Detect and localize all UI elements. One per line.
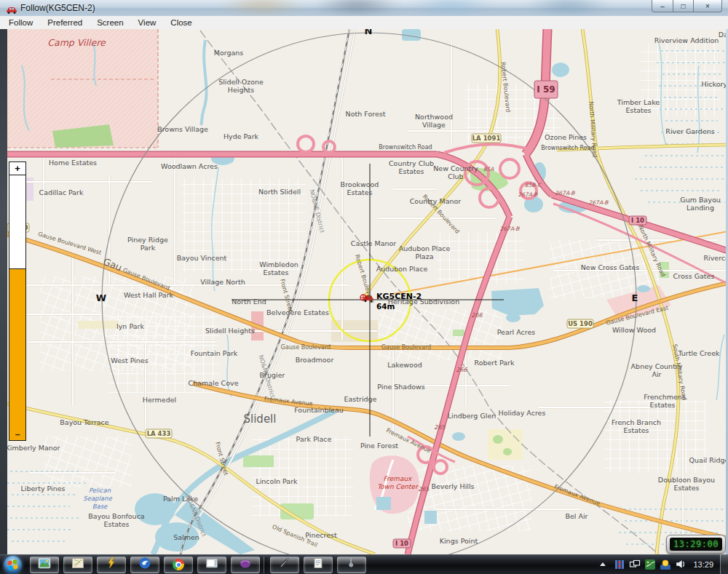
map-label: West Hall Park xyxy=(124,291,174,299)
map-label: Lindberg Glen xyxy=(448,412,496,420)
map-label: 265 xyxy=(434,424,446,431)
map-label: Timber Lake xyxy=(617,98,660,106)
taskbar-app-browser[interactable] xyxy=(130,557,159,573)
taskbar-app-window[interactable] xyxy=(197,557,226,573)
zoom-in-button[interactable]: + xyxy=(9,162,25,175)
map-label: Salmen xyxy=(173,533,199,541)
map-label: Fountain Park xyxy=(191,349,238,357)
document-app-icon xyxy=(312,557,325,573)
map-label: Cadillac Park xyxy=(39,188,84,196)
window-titlebar[interactable]: Follow(KG5CEN-2) – □ × xyxy=(0,0,728,17)
map-label: Pinecrest xyxy=(305,531,337,539)
taskbar-app-map[interactable] xyxy=(63,557,92,573)
map-label: 267A-B xyxy=(555,190,576,196)
station-altitude: 64m xyxy=(376,302,395,311)
map-canvas[interactable]: I 59I 10I 10US 190S 190LA 1091LA 433Camp… xyxy=(0,29,728,554)
maximize-button[interactable]: □ xyxy=(673,0,693,12)
map-label: Club xyxy=(448,172,463,180)
menu-bar: Follow Preferred Screen View Close xyxy=(0,16,728,30)
map-viewport[interactable]: I 59I 10I 10US 190S 190LA 1091LA 433Camp… xyxy=(0,29,728,554)
taskbar-app-chrome[interactable] xyxy=(164,557,193,573)
map-label: Estates xyxy=(347,188,372,196)
map-label: Pine Shadows xyxy=(377,383,425,391)
tray-clock[interactable]: 13:29 xyxy=(693,560,713,569)
map-label: Home Estates xyxy=(49,159,97,167)
zoom-out-button[interactable]: – xyxy=(9,428,25,440)
hidden-icons-chevron[interactable] xyxy=(600,562,606,566)
taskbar-app-document[interactable] xyxy=(304,557,333,573)
menu-preferred[interactable]: Preferred xyxy=(40,18,90,27)
map-label: Lincoln Park xyxy=(256,477,298,485)
window-title: Follow(KG5CEN-2) xyxy=(20,3,95,13)
map-label: Pine Forest xyxy=(360,442,398,450)
start-button[interactable] xyxy=(4,556,22,574)
map-label: Estates xyxy=(673,484,699,492)
window-controls: – □ × xyxy=(652,0,722,12)
taskbar-app-radio[interactable] xyxy=(97,557,126,573)
map-label: Estates xyxy=(625,106,651,114)
map-label: Morgans xyxy=(214,49,244,57)
map-zoom-slider[interactable]: + – xyxy=(9,162,26,441)
map-label: Heights xyxy=(228,86,254,94)
taskbar-divider xyxy=(264,557,266,573)
map-label: Hermedel xyxy=(143,396,176,404)
map-label: Village North xyxy=(200,278,245,286)
map-label: Castle Manor xyxy=(351,239,396,247)
map-label: 85B-C xyxy=(525,182,542,188)
menu-follow[interactable]: Follow xyxy=(1,18,40,27)
map-label: Woodlawn Acres xyxy=(161,162,218,170)
menu-close[interactable]: Close xyxy=(163,18,199,27)
map-label: Estates xyxy=(263,268,288,276)
minimize-button[interactable]: – xyxy=(652,0,673,12)
route-shield: US 190 xyxy=(567,319,593,328)
map-app-icon xyxy=(71,557,84,573)
volume-icon[interactable] xyxy=(675,559,686,570)
map-label: Park Place xyxy=(296,435,332,443)
route-shield: LA 433 xyxy=(146,429,172,438)
map-label: 267A-B xyxy=(500,226,521,232)
taskbar-app-media[interactable] xyxy=(231,557,260,573)
dual-monitor-icon[interactable] xyxy=(629,559,641,570)
map-label: Robert Park xyxy=(474,359,515,367)
route-shield: LA 1091 xyxy=(472,134,501,143)
map-label: Bayou Bonfouca xyxy=(88,512,144,520)
map-label: Eastridge xyxy=(344,395,377,403)
map-label: Village xyxy=(422,121,446,129)
map-label: Bel Air xyxy=(565,512,587,520)
map-label: Air xyxy=(652,370,661,378)
map-label: 267A-B xyxy=(518,191,539,198)
map-label: Gum Bayou xyxy=(680,196,720,204)
map-label: Slidell Ozone xyxy=(218,78,264,86)
menu-screen[interactable]: Screen xyxy=(90,18,130,27)
titlebar-glass-blob xyxy=(218,0,306,15)
map-label: 85A xyxy=(483,166,495,172)
map-label: Holiday Acres xyxy=(499,409,546,417)
network-grid-icon[interactable] xyxy=(614,559,625,570)
digital-clock-time: 13:29:00 xyxy=(670,538,722,551)
map-tray-icon[interactable] xyxy=(644,559,656,570)
route-shield-label: LA 433 xyxy=(147,430,171,437)
map-label: Seaplane xyxy=(83,495,112,502)
taskbar-app-photo-viewer[interactable] xyxy=(30,557,59,573)
taskbar-app-utility[interactable] xyxy=(337,557,366,573)
compass-west: W xyxy=(96,292,106,303)
map-label: Audubon Place xyxy=(399,244,451,252)
zoom-slider-fill[interactable] xyxy=(9,268,25,431)
menu-view[interactable]: View xyxy=(131,18,164,27)
map-label: New Country xyxy=(433,164,478,172)
chrome-icon xyxy=(173,559,184,570)
show-desktop-button[interactable] xyxy=(720,554,728,574)
taskbar-app-drawing[interactable] xyxy=(270,557,299,573)
map-label: Broadmoor xyxy=(296,356,334,364)
titlebar-glass-blob xyxy=(408,0,495,15)
map-label: North End xyxy=(232,298,266,306)
compass-east: E xyxy=(632,292,638,303)
map-label: Pearl Acres xyxy=(497,328,536,336)
lightning-icon xyxy=(105,557,118,573)
map-label: Fremaux xyxy=(384,475,414,482)
map-label: Bayou Terrace xyxy=(60,418,109,426)
map-label: Slidell Heights xyxy=(205,327,255,335)
map-label: Slidell xyxy=(244,412,277,426)
close-button[interactable]: × xyxy=(693,0,722,12)
weather-tray-icon[interactable] xyxy=(660,559,671,570)
